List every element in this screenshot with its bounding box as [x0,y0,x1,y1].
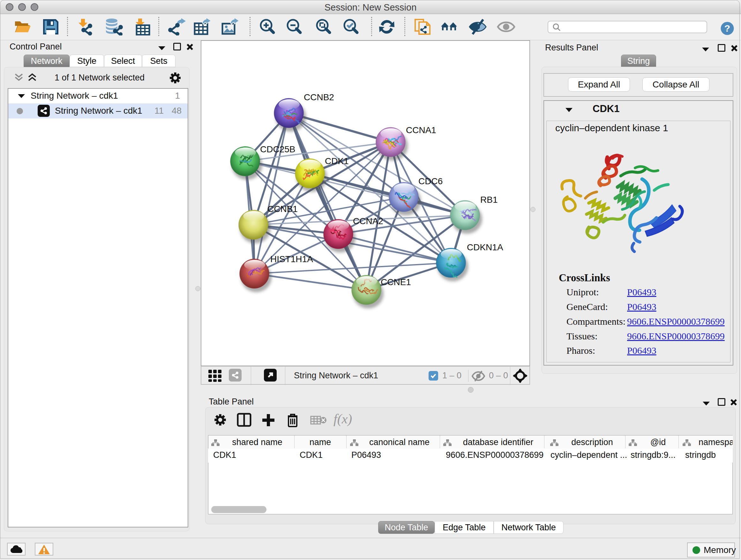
svg-text:CDC25B: CDC25B [260,144,295,154]
svg-text:CCNB1: CCNB1 [267,204,298,214]
svg-text:CCNB2: CCNB2 [304,92,334,102]
svg-text:RB1: RB1 [480,195,497,205]
svg-text:CDC6: CDC6 [418,176,443,186]
svg-text:CCNA1: CCNA1 [406,125,436,135]
svg-text:?: ? [724,23,730,34]
svg-text:CDK1: CDK1 [325,156,349,166]
svg-text:CCNE1: CCNE1 [381,277,411,287]
svg-text:CCNA2: CCNA2 [353,216,383,226]
svg-text:CDKN1A: CDKN1A [467,242,503,252]
svg-text:HIST1H1A: HIST1H1A [270,254,313,264]
